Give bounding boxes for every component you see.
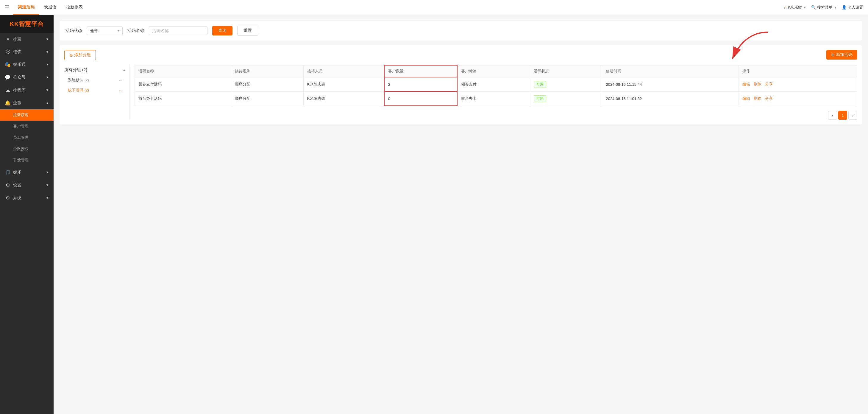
chain-icon: ⛓ — [5, 49, 11, 55]
col-header-actions: 操作 — [739, 65, 857, 77]
gear-icon: ⚙ — [5, 182, 11, 188]
two-panel: 所有分组 (2) ▲ 系统默认 (2) ··· 线下活码 (2) ··· — [64, 65, 857, 120]
home-nav[interactable]: ⌂ K米乐歌 ▼ — [784, 5, 806, 10]
group-item-default[interactable]: 系统默认 (2) ··· — [64, 75, 126, 85]
sidebar-item-qunfa[interactable]: 群发管理 — [0, 155, 54, 166]
add-code-button[interactable]: ⊕ 添加活码 — [826, 50, 857, 60]
menu-toggle-icon[interactable]: ☰ — [5, 4, 9, 11]
sidebar-item-yuangong[interactable]: 员工管理 — [0, 132, 54, 143]
content-header: ⊕ 添加分组 ⊕ 添加活码 — [64, 50, 857, 60]
col-header-rule: 接待规则 — [231, 65, 303, 77]
sidebar-item-qiwei[interactable]: 🔔企微▲ — [0, 96, 54, 109]
mask-icon: 🎭 — [5, 62, 11, 67]
tab-channel-codes[interactable]: 渠道活码 — [13, 0, 39, 15]
col-header-created: 创建时间 — [602, 65, 739, 77]
sidebar-item-shouquan[interactable]: 企微授权 — [0, 143, 54, 155]
prev-page-button[interactable]: ‹ — [828, 111, 837, 120]
cloud-icon: ☁ — [5, 87, 11, 93]
sidebar-item-shezhi[interactable]: ⚙设置▼ — [0, 179, 54, 191]
wechat-icon: 💬 — [5, 75, 11, 80]
user-settings[interactable]: 👤 个人设置 — [842, 5, 863, 10]
cell-staff: K米陈志锋 — [303, 77, 384, 91]
status-filter-select[interactable]: 全部 可用 不可用 — [87, 26, 123, 35]
system-icon: ⚙ — [5, 195, 11, 201]
sidebar-item-laxin[interactable]: 拉新获客 — [0, 109, 54, 121]
group-header[interactable]: 所有分组 (2) ▲ — [64, 65, 126, 75]
group-item-label: 系统默认 — [68, 78, 83, 83]
home-icon: ⌂ — [784, 5, 786, 10]
page-1-button[interactable]: 1 — [838, 111, 847, 120]
sidebar-item-yuletong[interactable]: 🎭娱乐通▼ — [0, 58, 54, 71]
chevron-down-icon: ▼ — [834, 6, 837, 9]
layout: KK智慧平台 ✦小宝▼⛓连锁▼🎭娱乐通▼💬公众号▼☁小程序▼🔔企微▲拉新获客客户… — [0, 15, 868, 414]
col-header-tags: 客户标签 — [457, 65, 530, 77]
add-group-button[interactable]: ⊕ 添加分组 — [64, 50, 96, 60]
query-button[interactable]: 查询 — [212, 26, 232, 35]
group-panel: 所有分组 (2) ▲ 系统默认 (2) ··· 线下活码 (2) ··· — [64, 65, 130, 120]
logo-text: KK智慧平台 — [10, 20, 44, 28]
sidebar-logo: KK智慧平台 — [0, 15, 54, 33]
cell-staff: K米陈志锋 — [303, 91, 384, 106]
tab-report[interactable]: 拉新报表 — [61, 0, 88, 15]
chevron-up-icon: ▲ — [46, 101, 49, 105]
chevron-down-icon: ▼ — [46, 37, 49, 41]
name-filter-input[interactable] — [149, 26, 208, 35]
chevron-down-icon: ▼ — [46, 183, 49, 187]
group-header-title: 所有分组 (2) — [64, 67, 87, 73]
group-dots-icon[interactable]: ··· — [119, 88, 122, 93]
col-header-staff: 接待人员 — [303, 65, 384, 77]
next-page-button[interactable]: › — [848, 111, 857, 120]
chevron-down-icon: ▼ — [46, 171, 49, 174]
sidebar-item-xiaochengxu[interactable]: ☁小程序▼ — [0, 84, 54, 96]
share-button[interactable]: 分享 — [765, 82, 773, 86]
status-badge: 可用 — [534, 95, 546, 102]
search-menu[interactable]: 🔍 搜索菜单 ▼ — [811, 5, 837, 10]
cell-status: 可用 — [530, 91, 602, 106]
chevron-down-icon: ▼ — [46, 88, 49, 92]
sidebar-item-yule[interactable]: 🎵娱乐▼ — [0, 166, 54, 179]
sidebar-item-xitong[interactable]: ⚙系统▼ — [0, 191, 54, 204]
pagination: ‹ 1 › — [134, 111, 857, 120]
cell-status: 可用 — [530, 77, 602, 91]
topbar: ☰ 渠道活码 欢迎语 拉新报表 ⌂ K米乐歌 ▼ 🔍 搜索菜单 ▼ 👤 个人设置 — [0, 0, 868, 15]
sidebar-item-kehu[interactable]: 客户管理 — [0, 121, 54, 132]
sidebar-item-xiaobao[interactable]: ✦小宝▼ — [0, 33, 54, 46]
sidebar-item-gongzhonghao[interactable]: 💬公众号▼ — [0, 71, 54, 84]
cell-actions: 编辑 删除 分享 — [739, 77, 857, 91]
cell-created: 2024-08-16 11:15:44 — [602, 77, 739, 91]
group-item-count: (2) — [85, 78, 89, 82]
edit-button[interactable]: 编辑 — [742, 96, 750, 101]
group-item-offline[interactable]: 线下活码 (2) ··· — [64, 85, 126, 95]
chevron-up-icon: ▲ — [122, 68, 126, 72]
filter-bar: 活码状态 全部 可用 不可用 活码名称 查询 重置 — [60, 21, 862, 40]
status-badge: 可用 — [534, 81, 546, 88]
reset-button[interactable]: 重置 — [237, 26, 258, 36]
cell-customer-count: 0 — [384, 91, 458, 106]
cell-customer-count: 2 — [384, 77, 458, 91]
delete-button[interactable]: 删除 — [754, 96, 762, 101]
cell-tags: 领券支付 — [457, 77, 530, 91]
sidebar-item-liansuo[interactable]: ⛓连锁▼ — [0, 46, 54, 58]
main-content: 活码状态 全部 可用 不可用 活码名称 查询 重置 ⊕ 添加分组 ⊕ 添加活码 — [54, 15, 868, 414]
delete-button[interactable]: 删除 — [754, 82, 762, 86]
cell-created: 2024-08-16 11:01:32 — [602, 91, 739, 106]
cell-rule: 顺序分配 — [231, 77, 303, 91]
group-item-count: (2) — [85, 88, 89, 92]
chevron-down-icon: ▼ — [46, 63, 49, 66]
share-button[interactable]: 分享 — [765, 96, 773, 101]
chevron-down-icon: ▼ — [46, 196, 49, 200]
cell-tags: 前台办卡 — [457, 91, 530, 106]
topbar-right: ⌂ K米乐歌 ▼ 🔍 搜索菜单 ▼ 👤 个人设置 — [784, 5, 863, 10]
user-icon: 👤 — [842, 5, 846, 9]
group-item-label: 线下活码 — [68, 88, 83, 93]
col-header-customer-count: 客户数量 — [384, 65, 458, 77]
star-icon: ✦ — [5, 36, 11, 42]
tab-welcome[interactable]: 欢迎语 — [39, 0, 61, 15]
group-dots-icon[interactable]: ··· — [119, 78, 122, 83]
cell-name: 前台办卡活码 — [135, 91, 231, 106]
content-area: ⊕ 添加分组 ⊕ 添加活码 所有分组 (2) ▲ 系统默认 — [60, 45, 862, 124]
edit-button[interactable]: 编辑 — [742, 82, 750, 86]
plus-icon: ⊕ — [831, 52, 835, 57]
music-icon: 🎵 — [5, 170, 11, 175]
col-header-name: 活码名称 — [135, 65, 231, 77]
